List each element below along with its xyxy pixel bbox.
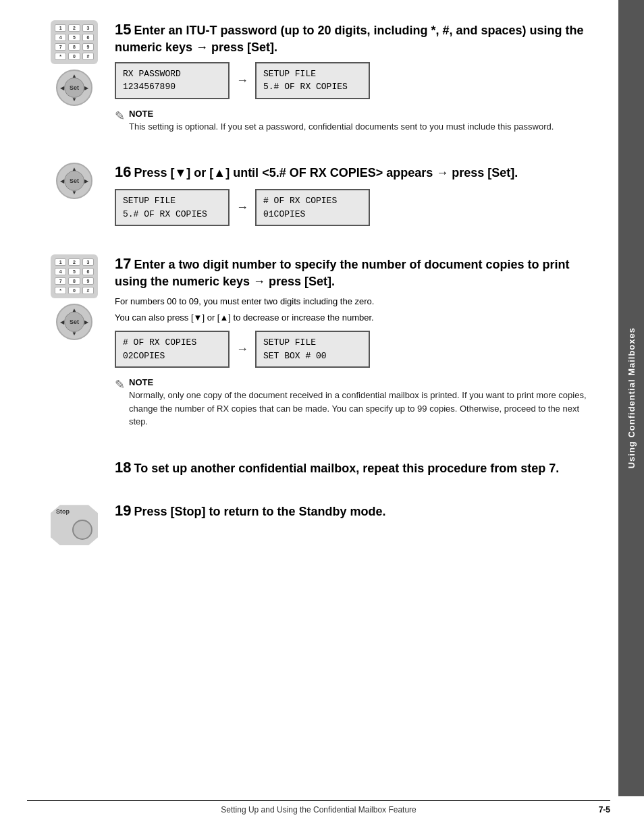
keypad-key-5: 5 [68,268,80,275]
arrow-down-icon: ▼ [72,96,77,103]
step-19-icons: Stop [41,501,108,549]
keypad-key-#: # [82,287,94,294]
lcd-right-16: # OF RX COPIES 01COPIES [255,189,370,226]
keypad-key-1: 1 [55,24,66,32]
lcd-arrow-15: → [236,74,248,88]
step-15-section: 123456789*0# ◀ ▶ ▲ ▼ Set 15Enter an ITU-… [41,20,590,144]
step-16-lcd: SETUP FILE 5.# OF RX COPIES → # OF RX CO… [115,189,590,226]
lcd-right-15: SETUP FILE 5.# OF RX COPIES [255,62,370,99]
set-button-icon: ◀ ▶ ▲ ▼ Set [56,70,92,106]
lcd-left-16: SETUP FILE 5.# OF RX COPIES [115,189,230,226]
lcd-left-17: # OF RX COPIES 02COPIES [115,331,230,368]
arrow-right-icon: ▶ [84,85,88,91]
sidebar-chapter-label: Using Confidential Mailboxes [626,327,637,468]
footer-text: Setting Up and Using the Confidential Ma… [221,805,417,815]
keypad-icon: 123456789*0# [51,20,98,64]
step-16-title: 16Press [▼] or [▲] until <5.# OF RX COPI… [115,163,590,182]
step-19-section: Stop 19Press [Stop] to return to the Sta… [41,501,590,549]
page-container: 7 Using Confidential Mailboxes 123456789… [0,0,644,828]
step-19-content: 19Press [Stop] to return to the Standby … [108,501,590,526]
step-17-subnote2: You can also press [▼] or [▲] to decreas… [115,311,590,325]
step-17-title: 17Enter a two digit number to specify th… [115,254,590,289]
step-19-number: 19 [115,502,131,519]
step-16-number: 16 [115,163,131,180]
arrow-left-icon-17: ◀ [60,319,64,325]
note-label-15: NOTE [129,109,554,119]
keypad-key-7: 7 [55,277,66,285]
set-btn-label-16: Set [64,171,84,191]
stop-btn-circle [72,520,92,540]
set-btn-label: Set [64,78,84,98]
keypad-key-6: 6 [82,268,94,275]
step-17-lcd: # OF RX COPIES 02COPIES → SETUP FILE SET… [115,331,590,368]
keypad-key-3: 3 [82,258,94,266]
step-15-title: 15Enter an ITU-T password (up to 20 digi… [115,20,590,55]
set-button-icon-16: ◀ ▶ ▲ ▼ Set [56,163,92,199]
step-17-icons: 123456789*0# ◀ ▶ ▲ ▼ Set [41,254,108,340]
arrow-right-icon-17: ▶ [84,319,88,325]
arrow-up-icon-17: ▲ [72,307,77,313]
keypad-key-9: 9 [82,277,94,285]
step-17-section: 123456789*0# ◀ ▶ ▲ ▼ Set 17Enter a two d… [41,254,590,439]
keypad-key-*: * [55,53,66,60]
keypad-key-2: 2 [68,258,80,266]
page-footer: Setting Up and Using the Confidential Ma… [27,800,610,815]
step-19-title: 19Press [Stop] to return to the Standby … [115,501,590,521]
arrow-down-icon-17: ▼ [72,331,77,337]
step-15-note: ✎ NOTE This setting is optional. If you … [115,109,590,134]
step-16-icons: ◀ ▶ ▲ ▼ Set [41,163,108,199]
note-text-17: Normally, only one copy of the document … [129,389,590,429]
keypad-key-0: 0 [68,53,80,60]
step-17-number: 17 [115,255,131,272]
keypad-key-5: 5 [68,34,80,41]
step-16-content: 16Press [▼] or [▲] until <5.# OF RX COPI… [108,163,590,236]
keypad-key-7: 7 [55,43,66,51]
keypad-key-2: 2 [68,24,80,32]
keypad-key-9: 9 [82,43,94,51]
pencil-icon-17: ✎ [115,377,125,392]
keypad-key-1: 1 [55,258,66,266]
keypad-key-*: * [55,287,66,294]
keypad-key-0: 0 [68,287,80,294]
arrow-up-icon-16: ▲ [72,166,77,172]
step-17-content: 17Enter a two digit number to specify th… [108,254,590,439]
note-label-17: NOTE [129,377,590,387]
step-18-section: 18To set up another confidential mailbox… [41,458,590,483]
step-17-subnote1: For numbers 00 to 09, you must enter two… [115,295,590,308]
step-18-title: 18To set up another confidential mailbox… [115,458,590,478]
step-15-icons: 123456789*0# ◀ ▶ ▲ ▼ Set [41,20,108,106]
main-content: 123456789*0# ◀ ▶ ▲ ▼ Set 15Enter an ITU-… [41,20,603,549]
arrow-down-icon-16: ▼ [72,190,77,196]
stop-btn-label: Stop [56,508,70,515]
arrow-up-icon: ▲ [72,73,77,79]
keypad-key-3: 3 [82,24,94,32]
lcd-right-17: SETUP FILE SET BOX # 00 [255,331,370,368]
keypad-key-4: 4 [55,268,66,275]
step-18-content: 18To set up another confidential mailbox… [108,458,590,483]
keypad-icon-17: 123456789*0# [51,254,98,298]
footer-page: 7-5 [599,805,610,815]
keypad-key-8: 8 [68,43,80,51]
step-17-note: ✎ NOTE Normally, only one copy of the do… [115,377,590,429]
lcd-arrow-16: → [236,200,248,215]
sidebar: Using Confidential Mailboxes [618,0,644,796]
step-15-content: 15Enter an ITU-T password (up to 20 digi… [108,20,590,144]
arrow-left-icon: ◀ [60,85,64,91]
stop-button-icon: Stop [47,501,101,549]
keypad-key-6: 6 [82,34,94,41]
arrow-right-icon-16: ▶ [84,178,88,184]
keypad-key-8: 8 [68,277,80,285]
step-18-number: 18 [115,459,131,476]
step-16-section: ◀ ▶ ▲ ▼ Set 16Press [▼] or [▲] until <5.… [41,163,590,236]
set-btn-label-17: Set [64,312,84,332]
keypad-key-4: 4 [55,34,66,41]
step-15-number: 15 [115,21,131,38]
arrow-left-icon-16: ◀ [60,178,64,184]
lcd-arrow-17: → [236,342,248,356]
note-text-15: This setting is optional. If you set a p… [129,120,554,134]
stop-btn-shape: Stop [51,505,98,545]
step-15-lcd: RX PASSWORD 1234567890 → SETUP FILE 5.# … [115,62,590,99]
lcd-left-15: RX PASSWORD 1234567890 [115,62,230,99]
keypad-key-#: # [82,53,94,60]
set-button-icon-17: ◀ ▶ ▲ ▼ Set [56,304,92,340]
